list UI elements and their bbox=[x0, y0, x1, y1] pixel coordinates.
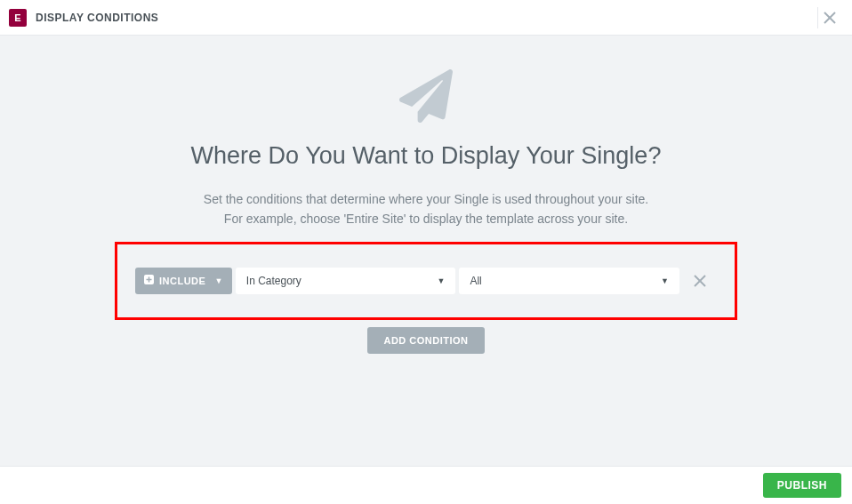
caret-down-icon: ▼ bbox=[214, 276, 222, 285]
close-icon[interactable] bbox=[817, 7, 841, 28]
main-description: Set the conditions that determine where … bbox=[204, 189, 648, 229]
modal-title: DISPLAY CONDITIONS bbox=[36, 12, 158, 24]
add-condition-button[interactable]: ADD CONDITION bbox=[367, 327, 484, 354]
value-select[interactable]: All ▼ bbox=[459, 268, 679, 294]
desc-line-1: Set the conditions that determine where … bbox=[204, 189, 648, 209]
modal-header: E DISPLAY CONDITIONS bbox=[0, 0, 852, 36]
condition-row-highlighted: INCLUDE ▼ In Category ▼ All ▼ bbox=[115, 242, 737, 320]
category-select-value: In Category bbox=[246, 275, 301, 287]
elementor-logo: E bbox=[9, 9, 27, 27]
publish-button[interactable]: PUBLISH bbox=[763, 473, 841, 498]
category-select[interactable]: In Category ▼ bbox=[236, 268, 456, 294]
caret-down-icon: ▼ bbox=[437, 276, 445, 285]
header-left: E DISPLAY CONDITIONS bbox=[9, 9, 158, 27]
desc-line-2: For example, choose 'Entire Site' to dis… bbox=[204, 209, 648, 228]
include-toggle-button[interactable]: INCLUDE ▼ bbox=[135, 268, 232, 294]
include-label: INCLUDE bbox=[159, 276, 205, 286]
main-heading: Where Do You Want to Display Your Single… bbox=[191, 142, 662, 170]
remove-condition-icon[interactable] bbox=[683, 275, 717, 287]
plus-icon bbox=[144, 275, 154, 287]
modal-body: Where Do You Want to Display Your Single… bbox=[0, 36, 852, 466]
value-select-value: All bbox=[470, 275, 481, 287]
paper-plane-icon bbox=[399, 69, 453, 126]
modal-footer: PUBLISH bbox=[0, 466, 852, 504]
caret-down-icon: ▼ bbox=[661, 276, 669, 285]
